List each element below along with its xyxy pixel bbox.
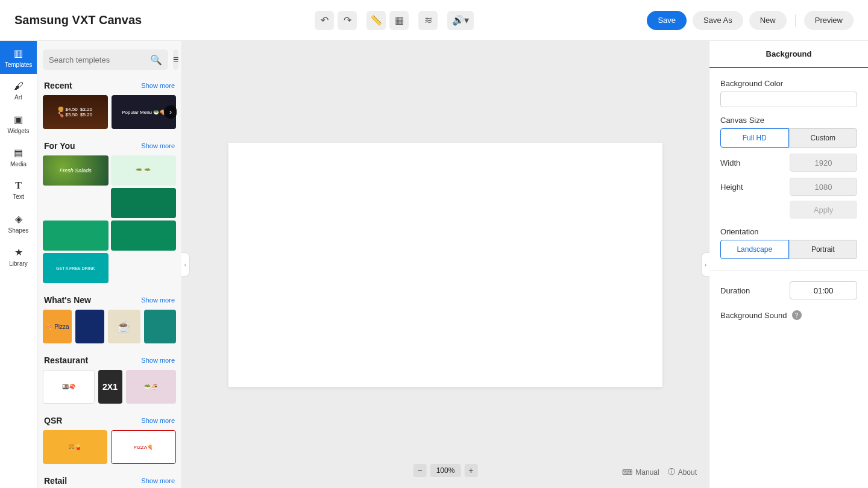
orientation-label: Orientation — [720, 227, 857, 236]
topbar-actions: Save Save As New Preview — [647, 11, 854, 30]
template-thumb[interactable] — [111, 188, 177, 218]
search-input[interactable] — [49, 55, 150, 64]
undo-button[interactable]: ↶ — [315, 11, 334, 30]
template-thumb[interactable] — [111, 221, 177, 251]
show-more-link[interactable]: Show more — [141, 82, 175, 89]
nav-shapes[interactable]: ◈Shapes — [0, 207, 37, 240]
zoom-in-button[interactable]: + — [464, 464, 477, 477]
grid-button[interactable]: ▦ — [389, 11, 409, 30]
template-thumb[interactable] — [43, 221, 108, 251]
ruler-button[interactable]: 📏 — [366, 11, 386, 30]
template-thumb[interactable]: 🥗🍜 — [126, 370, 177, 404]
main: ▥Templates 🖌Art ▣Widgets ▤Media TText ◈S… — [0, 41, 868, 488]
canvas-footer-links: ⌨Manual ⓘAbout — [622, 467, 697, 477]
bg-sound-label: Background Sound — [720, 311, 787, 320]
zoom-value[interactable]: 100% — [430, 464, 461, 477]
canvas[interactable] — [228, 143, 662, 387]
nav-templates[interactable]: ▥Templates — [0, 41, 37, 74]
nav-label: Widgets — [7, 128, 29, 134]
templates-panel: 🔍 ≡ RecentShow more › For YouShow more 🥗… — [37, 41, 182, 488]
topbar-center: ↶ ↷ 📏 ▦ ≋ 🔊▾ — [142, 11, 647, 30]
manual-link[interactable]: ⌨Manual — [622, 467, 659, 477]
show-more-link[interactable]: Show more — [141, 296, 175, 304]
widgets-icon: ▣ — [14, 114, 23, 125]
section-title: Recent — [44, 81, 72, 90]
filter-button[interactable]: ≡ — [173, 49, 178, 70]
redo-button[interactable]: ↷ — [338, 11, 357, 30]
manual-icon: ⌨ — [622, 468, 632, 477]
next-arrow-icon[interactable]: › — [164, 105, 177, 119]
section-restaurant: RestaurantShow more 🍱🍣 🥗🍜 — [43, 353, 176, 404]
section-qsr: QSRShow more — [43, 413, 176, 464]
height-input — [790, 178, 857, 196]
panel-tab-background[interactable]: Background — [709, 41, 868, 68]
width-label: Width — [720, 158, 740, 167]
show-more-link[interactable]: Show more — [141, 357, 175, 364]
media-icon: ▤ — [14, 147, 23, 158]
footer-label: Manual — [635, 468, 659, 477]
orientation-landscape-button[interactable]: Landscape — [720, 240, 789, 259]
duration-input[interactable] — [790, 281, 857, 299]
show-more-link[interactable]: Show more — [141, 142, 175, 149]
nav-label: Media — [10, 161, 27, 167]
zoom-out-button[interactable]: − — [414, 464, 427, 477]
app-title: Samsung VXT Canvas — [14, 13, 142, 27]
help-icon[interactable]: ? — [792, 310, 802, 320]
template-thumb[interactable] — [43, 430, 107, 464]
left-nav: ▥Templates 🖌Art ▣Widgets ▤Media TText ◈S… — [0, 41, 37, 488]
nav-label: Text — [13, 193, 24, 200]
filter-icon: ≡ — [173, 54, 178, 65]
section-recent: RecentShow more › — [43, 78, 176, 129]
size-custom-button[interactable]: Custom — [789, 128, 858, 148]
layers-button[interactable]: ≋ — [418, 11, 438, 30]
collapse-right-handle[interactable]: › — [701, 252, 709, 277]
show-more-link[interactable]: Show more — [141, 417, 175, 424]
height-label: Height — [720, 183, 743, 192]
template-thumb[interactable] — [43, 155, 108, 186]
bg-color-swatch[interactable] — [720, 92, 857, 107]
nav-widgets[interactable]: ▣Widgets — [0, 107, 37, 140]
section-title: Retail — [44, 476, 67, 486]
save-as-button[interactable]: Save As — [693, 11, 743, 30]
section-title: QSR — [44, 416, 62, 425]
apply-button: Apply — [790, 201, 857, 219]
template-thumb[interactable] — [75, 310, 104, 343]
section-title: For You — [44, 141, 75, 151]
search-box[interactable]: 🔍 — [43, 49, 168, 70]
nav-library[interactable]: ★Library — [0, 240, 37, 273]
nav-art[interactable]: 🖌Art — [0, 74, 37, 107]
right-panel: Background Background Color Canvas Size … — [709, 41, 868, 488]
nav-media[interactable]: ▤Media — [0, 140, 37, 174]
nav-label: Library — [9, 260, 28, 267]
search-icon: 🔍 — [150, 54, 162, 66]
about-link[interactable]: ⓘAbout — [668, 467, 697, 477]
template-thumb[interactable] — [108, 310, 140, 343]
text-icon: T — [15, 180, 22, 191]
template-thumb[interactable] — [144, 310, 177, 343]
topbar: Samsung VXT Canvas ↶ ↷ 📏 ▦ ≋ 🔊▾ Save Sav… — [0, 0, 868, 41]
canvas-area: ‹ − 100% + ⌨Manual ⓘAbout › — [182, 41, 709, 488]
template-thumb[interactable] — [43, 310, 72, 343]
preview-button[interactable]: Preview — [804, 11, 854, 30]
duration-label: Duration — [720, 286, 750, 295]
footer-label: About — [678, 468, 697, 477]
template-thumb[interactable] — [43, 253, 108, 283]
info-icon: ⓘ — [668, 467, 675, 477]
section-whatsnew: What's NewShow more — [43, 293, 176, 343]
template-thumb[interactable] — [43, 95, 108, 129]
show-more-link[interactable]: Show more — [141, 477, 175, 484]
save-button[interactable]: Save — [647, 11, 687, 30]
section-retail: RetailShow more 👩 — [43, 474, 176, 488]
orientation-portrait-button[interactable]: Portrait — [789, 240, 858, 259]
zoom-controls: − 100% + — [414, 464, 478, 477]
nav-label: Shapes — [8, 227, 29, 234]
size-fullhd-button[interactable]: Full HD — [720, 128, 789, 148]
template-thumb[interactable] — [111, 430, 177, 464]
nav-text[interactable]: TText — [0, 174, 37, 207]
new-button[interactable]: New — [749, 11, 787, 30]
template-thumb[interactable]: 🥗 🥗 — [111, 155, 177, 186]
collapse-left-handle[interactable]: ‹ — [181, 252, 190, 277]
sound-button[interactable]: 🔊▾ — [447, 11, 474, 30]
template-thumb[interactable] — [98, 370, 122, 404]
template-thumb[interactable]: 🍱🍣 — [43, 370, 95, 404]
